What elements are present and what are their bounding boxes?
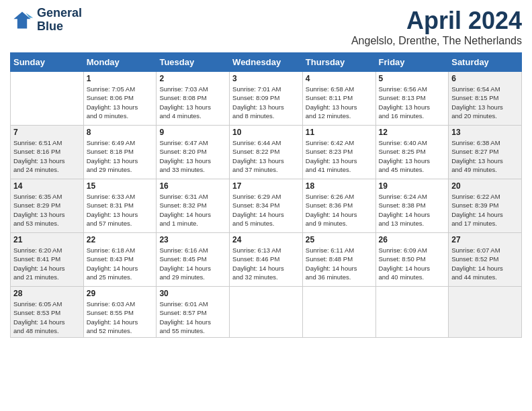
day-number: 15 — [87, 181, 154, 191]
day-header-thursday: Thursday — [302, 53, 375, 72]
day-number: 28 — [13, 289, 81, 298]
week-row-5: 28Sunrise: 6:05 AM Sunset: 8:53 PM Dayli… — [11, 287, 522, 338]
calendar-cell: 14Sunrise: 6:35 AM Sunset: 8:29 PM Dayli… — [11, 179, 84, 233]
calendar-cell: 12Sunrise: 6:40 AM Sunset: 8:25 PM Dayli… — [375, 126, 449, 179]
day-info: Sunrise: 6:58 AM Sunset: 8:11 PM Dayligh… — [306, 85, 373, 120]
day-number: 26 — [379, 235, 446, 244]
day-info: Sunrise: 6:29 AM Sunset: 8:34 PM Dayligh… — [232, 192, 300, 228]
day-info: Sunrise: 6:38 AM Sunset: 8:27 PM Dayligh… — [451, 138, 519, 174]
day-info: Sunrise: 6:49 AM Sunset: 8:18 PM Dayligh… — [87, 138, 154, 174]
day-info: Sunrise: 6:33 AM Sunset: 8:31 PM Dayligh… — [87, 192, 154, 228]
day-info: Sunrise: 6:56 AM Sunset: 8:13 PM Dayligh… — [379, 85, 446, 120]
week-row-3: 14Sunrise: 6:35 AM Sunset: 8:29 PM Dayli… — [11, 179, 522, 233]
day-info: Sunrise: 7:03 AM Sunset: 8:08 PM Dayligh… — [159, 85, 226, 120]
day-header-friday: Friday — [375, 53, 449, 72]
day-number: 3 — [232, 74, 300, 83]
calendar-cell: 9Sunrise: 6:47 AM Sunset: 8:20 PM Daylig… — [157, 126, 230, 179]
page-header: General Blue April 2024 Angelslo, Drenth… — [10, 7, 522, 47]
calendar-cell: 6Sunrise: 6:54 AM Sunset: 8:15 PM Daylig… — [449, 72, 522, 126]
day-info: Sunrise: 6:40 AM Sunset: 8:25 PM Dayligh… — [379, 138, 446, 174]
calendar-cell: 11Sunrise: 6:42 AM Sunset: 8:23 PM Dayli… — [302, 126, 375, 179]
day-number: 4 — [306, 74, 373, 83]
day-number: 11 — [306, 128, 373, 137]
day-info: Sunrise: 6:11 AM Sunset: 8:48 PM Dayligh… — [306, 246, 373, 281]
calendar-cell — [11, 72, 84, 126]
day-info: Sunrise: 6:16 AM Sunset: 8:45 PM Dayligh… — [159, 246, 226, 281]
calendar-cell: 17Sunrise: 6:29 AM Sunset: 8:34 PM Dayli… — [230, 179, 303, 233]
day-number: 18 — [306, 181, 373, 191]
day-number: 9 — [159, 128, 226, 137]
calendar-table: SundayMondayTuesdayWednesdayThursdayFrid… — [10, 52, 522, 338]
day-number: 22 — [87, 235, 154, 244]
day-header-tuesday: Tuesday — [157, 53, 230, 72]
calendar-cell — [302, 287, 375, 338]
day-number: 25 — [306, 235, 373, 244]
logo: General Blue — [10, 7, 82, 34]
calendar-cell: 26Sunrise: 6:09 AM Sunset: 8:50 PM Dayli… — [375, 233, 449, 287]
day-info: Sunrise: 6:20 AM Sunset: 8:41 PM Dayligh… — [13, 246, 81, 281]
day-info: Sunrise: 6:03 AM Sunset: 8:55 PM Dayligh… — [87, 300, 154, 335]
day-info: Sunrise: 6:26 AM Sunset: 8:36 PM Dayligh… — [306, 192, 373, 228]
day-number: 8 — [87, 128, 154, 137]
day-info: Sunrise: 6:44 AM Sunset: 8:22 PM Dayligh… — [232, 138, 300, 174]
day-number: 19 — [379, 181, 446, 191]
day-info: Sunrise: 6:18 AM Sunset: 8:43 PM Dayligh… — [87, 246, 154, 281]
day-number: 6 — [451, 74, 519, 83]
day-info: Sunrise: 6:47 AM Sunset: 8:20 PM Dayligh… — [159, 138, 226, 174]
day-number: 23 — [159, 235, 226, 244]
calendar-cell — [449, 287, 522, 338]
day-header-monday: Monday — [83, 53, 157, 72]
week-row-1: 1Sunrise: 7:05 AM Sunset: 8:06 PM Daylig… — [11, 72, 522, 126]
calendar-cell: 3Sunrise: 7:01 AM Sunset: 8:09 PM Daylig… — [230, 72, 303, 126]
calendar-cell: 15Sunrise: 6:33 AM Sunset: 8:31 PM Dayli… — [83, 179, 157, 233]
calendar-cell: 24Sunrise: 6:13 AM Sunset: 8:46 PM Dayli… — [230, 233, 303, 287]
day-info: Sunrise: 6:35 AM Sunset: 8:29 PM Dayligh… — [13, 192, 81, 228]
calendar-title: April 2024 — [351, 7, 522, 35]
calendar-cell: 29Sunrise: 6:03 AM Sunset: 8:55 PM Dayli… — [83, 287, 157, 338]
calendar-header-row: SundayMondayTuesdayWednesdayThursdayFrid… — [11, 53, 522, 72]
title-area: April 2024 Angelslo, Drenthe, The Nether… — [351, 7, 522, 47]
calendar-cell: 7Sunrise: 6:51 AM Sunset: 8:16 PM Daylig… — [11, 126, 84, 179]
calendar-subtitle: Angelslo, Drenthe, The Netherlands — [351, 35, 522, 47]
day-info: Sunrise: 6:51 AM Sunset: 8:16 PM Dayligh… — [13, 138, 81, 174]
calendar-cell: 21Sunrise: 6:20 AM Sunset: 8:41 PM Dayli… — [11, 233, 84, 287]
day-number: 24 — [232, 235, 300, 244]
calendar-cell: 27Sunrise: 6:07 AM Sunset: 8:52 PM Dayli… — [449, 233, 522, 287]
day-header-saturday: Saturday — [449, 53, 522, 72]
day-number: 2 — [159, 74, 226, 83]
day-number: 27 — [451, 235, 519, 244]
day-info: Sunrise: 6:22 AM Sunset: 8:39 PM Dayligh… — [451, 192, 519, 228]
week-row-2: 7Sunrise: 6:51 AM Sunset: 8:16 PM Daylig… — [11, 126, 522, 179]
calendar-cell: 10Sunrise: 6:44 AM Sunset: 8:22 PM Dayli… — [230, 126, 303, 179]
day-info: Sunrise: 6:54 AM Sunset: 8:15 PM Dayligh… — [451, 85, 519, 120]
week-row-4: 21Sunrise: 6:20 AM Sunset: 8:41 PM Dayli… — [11, 233, 522, 287]
calendar-cell: 22Sunrise: 6:18 AM Sunset: 8:43 PM Dayli… — [83, 233, 157, 287]
day-number: 14 — [13, 181, 81, 191]
day-number: 16 — [159, 181, 226, 191]
calendar-body: 1Sunrise: 7:05 AM Sunset: 8:06 PM Daylig… — [11, 72, 522, 338]
day-info: Sunrise: 6:24 AM Sunset: 8:38 PM Dayligh… — [379, 192, 446, 228]
calendar-cell: 19Sunrise: 6:24 AM Sunset: 8:38 PM Dayli… — [375, 179, 449, 233]
calendar-cell: 30Sunrise: 6:01 AM Sunset: 8:57 PM Dayli… — [157, 287, 230, 338]
day-info: Sunrise: 6:42 AM Sunset: 8:23 PM Dayligh… — [306, 138, 373, 174]
day-info: Sunrise: 6:09 AM Sunset: 8:50 PM Dayligh… — [379, 246, 446, 281]
day-number: 7 — [13, 128, 81, 137]
day-info: Sunrise: 6:31 AM Sunset: 8:32 PM Dayligh… — [159, 192, 226, 228]
day-number: 13 — [451, 128, 519, 137]
day-header-wednesday: Wednesday — [230, 53, 303, 72]
day-info: Sunrise: 6:07 AM Sunset: 8:52 PM Dayligh… — [451, 246, 519, 281]
calendar-cell: 1Sunrise: 7:05 AM Sunset: 8:06 PM Daylig… — [83, 72, 157, 126]
day-number: 5 — [379, 74, 446, 83]
logo-text: General Blue — [37, 7, 82, 34]
day-number: 17 — [232, 181, 300, 191]
day-header-sunday: Sunday — [11, 53, 84, 72]
day-number: 20 — [451, 181, 519, 191]
day-info: Sunrise: 7:01 AM Sunset: 8:09 PM Dayligh… — [232, 85, 300, 120]
calendar-cell: 23Sunrise: 6:16 AM Sunset: 8:45 PM Dayli… — [157, 233, 230, 287]
calendar-cell: 5Sunrise: 6:56 AM Sunset: 8:13 PM Daylig… — [375, 72, 449, 126]
day-info: Sunrise: 6:01 AM Sunset: 8:57 PM Dayligh… — [159, 300, 226, 335]
day-number: 10 — [232, 128, 300, 137]
calendar-cell — [230, 287, 303, 338]
calendar-cell: 4Sunrise: 6:58 AM Sunset: 8:11 PM Daylig… — [302, 72, 375, 126]
calendar-cell: 28Sunrise: 6:05 AM Sunset: 8:53 PM Dayli… — [11, 287, 84, 338]
